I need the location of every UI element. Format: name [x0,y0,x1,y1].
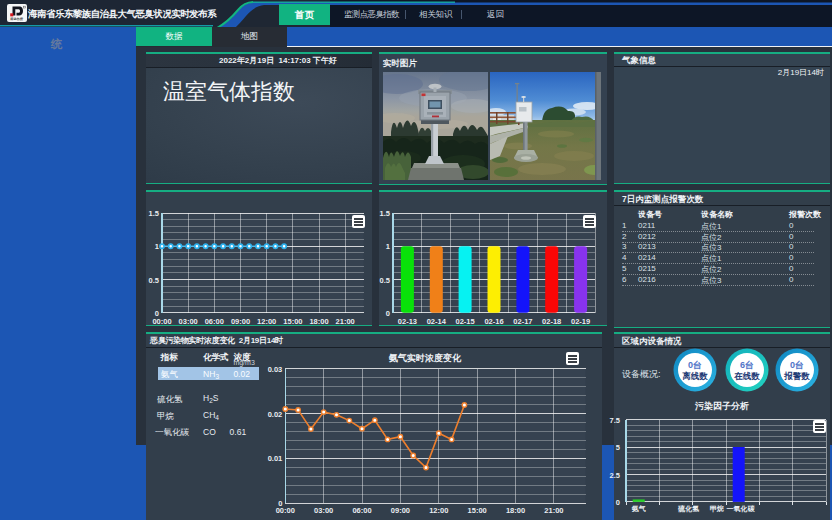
svg-text:12:00: 12:00 [257,317,276,325]
svg-text:18:00: 18:00 [309,317,328,325]
svg-text:15:00: 15:00 [283,317,302,325]
svg-text:1: 1 [155,242,159,251]
svg-text:02-19: 02-19 [571,317,590,325]
svg-text:12:00: 12:00 [429,506,448,515]
svg-text:21:00: 21:00 [544,506,563,515]
svg-text:0: 0 [386,309,390,318]
svg-text:15:00: 15:00 [468,506,487,515]
svg-text:02-17: 02-17 [513,317,532,325]
svg-text:离线数: 离线数 [682,371,708,381]
svg-text:1.5: 1.5 [380,209,390,218]
svg-text:00:00: 00:00 [152,317,171,325]
svg-text:在线数: 在线数 [733,371,760,381]
svg-text:2.5: 2.5 [610,471,620,480]
svg-text:09:00: 09:00 [391,506,410,515]
svg-text:02-14: 02-14 [427,317,447,325]
svg-text:0台: 0台 [688,360,702,370]
svg-text:00:00: 00:00 [276,506,295,515]
svg-text:21:00: 21:00 [336,317,355,325]
svg-text:5: 5 [616,443,620,452]
svg-text:0台: 0台 [790,360,804,370]
svg-text:03:00: 03:00 [314,506,333,515]
svg-text:02-13: 02-13 [398,317,417,325]
svg-text:7.5: 7.5 [610,416,620,425]
svg-text:1: 1 [386,242,390,251]
svg-text:0: 0 [616,498,620,507]
svg-text:甲烷: 甲烷 [710,504,724,513]
svg-text:0.03: 0.03 [268,365,283,374]
svg-text:氨气: 氨气 [631,505,646,513]
svg-text:0.02: 0.02 [268,410,283,419]
svg-text:6台: 6台 [740,360,754,370]
svg-text:03:00: 03:00 [179,317,198,325]
svg-text:0.01: 0.01 [268,454,283,463]
svg-text:18:00: 18:00 [506,506,525,515]
svg-text:0.5: 0.5 [149,276,159,285]
svg-text:06:00: 06:00 [352,506,371,515]
svg-text:一氧化碳: 一氧化碳 [726,505,755,513]
svg-text:06:00: 06:00 [205,317,224,325]
svg-text:02-16: 02-16 [484,317,503,325]
svg-text:09:00: 09:00 [231,317,250,325]
svg-text:02-15: 02-15 [456,317,475,325]
svg-text:硫化氢: 硫化氢 [677,504,699,513]
svg-text:报警数: 报警数 [783,371,810,381]
svg-text:0.5: 0.5 [380,276,390,285]
svg-text:1.5: 1.5 [149,209,159,218]
svg-text:02-18: 02-18 [542,317,561,325]
svg-text:科达自控: 科达自控 [9,17,24,21]
